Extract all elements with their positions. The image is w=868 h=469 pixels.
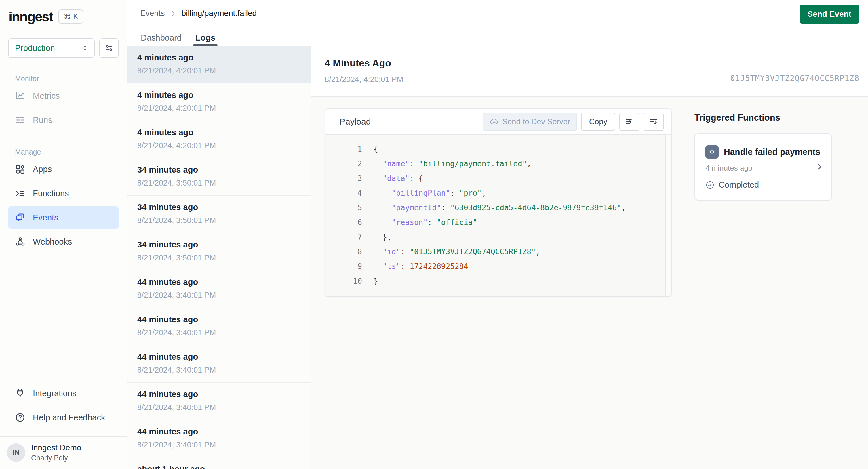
line-number: 3 <box>325 171 362 186</box>
environment-row: Production <box>8 38 119 58</box>
function-run-time: 4 minutes ago <box>705 164 822 173</box>
tab-logs[interactable]: Logs <box>195 29 215 46</box>
tab-dashboard[interactable]: Dashboard <box>141 29 182 46</box>
environment-select[interactable]: Production <box>8 38 95 58</box>
sidebar-item-metrics[interactable]: Metrics <box>8 85 119 107</box>
triggered-function-card[interactable]: Handle failed payments4 minutes agoCompl… <box>694 133 832 200</box>
payload-code-editor[interactable]: 1{2 "name": "billing/payment.failed",3 "… <box>325 135 671 296</box>
code-line: 2 "name": "billing/payment.failed", <box>325 157 671 171</box>
event-item-timestamp: 8/21/2024, 3:40:01 PM <box>137 366 311 375</box>
code-text: "id": "01J5TMY3VJTZ2QG74QCC5RP1Z8", <box>362 245 540 259</box>
sidebar-item-functions[interactable]: Functions <box>8 182 119 205</box>
event-detail-body: Payload Send to Dev Server Copy <box>311 97 868 469</box>
runs-icon <box>15 115 25 125</box>
sidebar-item-label: Apps <box>33 164 52 174</box>
send-event-button[interactable]: Send Event <box>800 5 859 24</box>
event-list[interactable]: 4 minutes ago8/21/2024, 4:20:01 PM4 minu… <box>127 46 311 469</box>
line-number: 6 <box>325 215 362 230</box>
line-number: 1 <box>325 142 362 157</box>
inngest-logo: inngest <box>9 9 53 25</box>
event-list-item[interactable]: 44 minutes ago8/21/2024, 3:40:01 PM <box>127 383 311 420</box>
event-item-relative-time: 4 minutes ago <box>137 53 311 62</box>
code-line: 8 "id": "01J5TMY3VJTZ2QG74QCC5RP1Z8", <box>325 245 671 259</box>
event-detail-title: 4 Minutes Ago <box>324 58 859 69</box>
code-text: }, <box>362 230 392 245</box>
event-list-item[interactable]: 34 minutes ago8/21/2024, 3:50:01 PM <box>127 233 311 271</box>
event-list-item[interactable]: 4 minutes ago8/21/2024, 4:20:01 PM <box>127 121 311 158</box>
tabs: Dashboard Logs <box>127 29 215 46</box>
sidebar-item-label: Metrics <box>33 91 60 101</box>
sidebar-item-integrations[interactable]: Integrations <box>8 382 119 405</box>
line-number: 8 <box>325 245 362 259</box>
event-list-item[interactable]: 4 minutes ago8/21/2024, 4:20:01 PM <box>127 84 311 121</box>
wrap-lines-button[interactable] <box>644 113 664 131</box>
event-item-relative-time: 34 minutes ago <box>137 202 311 212</box>
breadcrumb: Events billing/payment.failed <box>127 0 868 18</box>
sidebar-item-help-and-feedback[interactable]: Help and Feedback <box>8 406 119 429</box>
line-number: 4 <box>325 186 362 200</box>
line-number: 10 <box>325 274 362 289</box>
event-item-timestamp: 8/21/2024, 3:40:01 PM <box>137 440 311 449</box>
event-item-relative-time: 44 minutes ago <box>137 315 311 324</box>
cloud-download-icon <box>490 117 499 126</box>
breadcrumb-events-link[interactable]: Events <box>140 9 165 18</box>
event-item-relative-time: 44 minutes ago <box>137 389 311 399</box>
code-line: 6 "reason": "officia" <box>325 215 671 230</box>
sidebar-item-webhooks[interactable]: Webhooks <box>8 230 119 253</box>
copy-button[interactable]: Copy <box>581 113 615 131</box>
code-text: { <box>362 142 378 157</box>
user-menu[interactable]: IN Inngest Demo Charly Poly <box>0 436 127 469</box>
line-number: 9 <box>325 259 362 274</box>
event-item-relative-time: 44 minutes ago <box>137 277 311 287</box>
triggered-functions-heading: Triggered Functions <box>694 113 868 123</box>
code-line: 1{ <box>325 142 671 157</box>
help-icon <box>15 412 25 423</box>
event-item-relative-time: about 1 hour ago <box>137 464 311 469</box>
function-status: Completed <box>705 180 822 190</box>
apps-icon <box>15 164 25 175</box>
event-list-item[interactable]: 44 minutes ago8/21/2024, 3:40:01 PM <box>127 271 311 308</box>
user-org: Inngest Demo <box>31 443 81 452</box>
avatar: IN <box>7 443 25 462</box>
line-number: 2 <box>325 157 362 171</box>
event-list-item[interactable]: 34 minutes ago8/21/2024, 3:50:01 PM <box>127 158 311 196</box>
code-text: "data": { <box>362 171 423 186</box>
environment-settings-button[interactable] <box>99 38 119 58</box>
integrations-icon <box>15 388 25 399</box>
event-list-item[interactable]: about 1 hour ago <box>127 458 311 469</box>
event-item-timestamp: 8/21/2024, 4:20:01 PM <box>137 104 311 113</box>
event-item-timestamp: 8/21/2024, 4:20:01 PM <box>137 141 311 150</box>
code-scrollbar-gutter[interactable] <box>665 135 671 296</box>
nowrap-icon <box>625 117 634 126</box>
code-text: "billingPlan": "pro", <box>362 186 486 200</box>
code-text: } <box>362 274 378 289</box>
sidebar-item-label: Integrations <box>33 389 76 398</box>
no-wrap-button[interactable] <box>619 113 640 131</box>
command-k-shortcut[interactable]: ⌘ K <box>58 9 83 24</box>
event-item-relative-time: 4 minutes ago <box>137 90 311 100</box>
line-number: 5 <box>325 200 362 215</box>
command-icon: ⌘ <box>64 12 71 21</box>
payload-column: Payload Send to Dev Server Copy <box>311 97 684 469</box>
code-line: 4 "billingPlan": "pro", <box>325 186 671 200</box>
event-list-item[interactable]: 34 minutes ago8/21/2024, 3:50:01 PM <box>127 196 311 233</box>
send-to-dev-server-button[interactable]: Send to Dev Server <box>483 113 577 131</box>
sidebar-item-apps[interactable]: Apps <box>8 158 119 180</box>
code-icon <box>705 145 719 159</box>
shortcut-key-label: K <box>73 12 78 21</box>
event-list-item[interactable]: 44 minutes ago8/21/2024, 3:40:01 PM <box>127 345 311 383</box>
sidebar-item-runs[interactable]: Runs <box>8 109 119 131</box>
event-item-timestamp: 8/21/2024, 3:50:01 PM <box>137 216 311 225</box>
event-list-item[interactable]: 44 minutes ago8/21/2024, 3:40:01 PM <box>127 420 311 458</box>
event-item-relative-time: 44 minutes ago <box>137 352 311 362</box>
webhooks-icon <box>15 237 25 247</box>
sidebar-item-events[interactable]: Events <box>8 206 119 229</box>
payload-actions: Send to Dev Server Copy <box>483 113 664 131</box>
page: inngest ⌘ K Production MonitorMetricsRun… <box>0 0 868 469</box>
code-line: 3 "data": { <box>325 171 671 186</box>
event-item-relative-time: 4 minutes ago <box>137 128 311 137</box>
code-line: 10} <box>325 274 671 289</box>
payload-card-header: Payload Send to Dev Server Copy <box>325 109 671 135</box>
event-list-item[interactable]: 44 minutes ago8/21/2024, 3:40:01 PM <box>127 308 311 345</box>
event-list-item[interactable]: 4 minutes ago8/21/2024, 4:20:01 PM <box>127 46 311 84</box>
